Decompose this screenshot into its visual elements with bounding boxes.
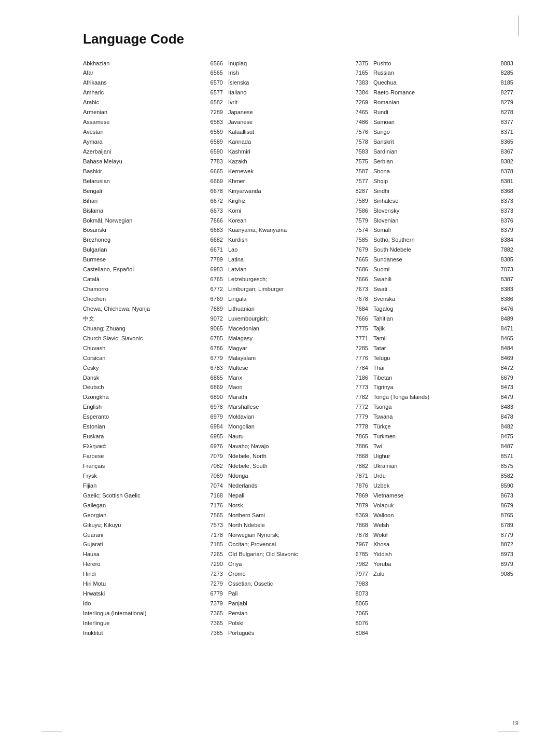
list-item: Quechua8185 xyxy=(373,78,513,88)
language-code: 6979 xyxy=(204,413,223,421)
language-code: 8376 xyxy=(495,217,513,225)
language-code: 6570 xyxy=(204,79,223,87)
language-name: Irish xyxy=(228,69,349,77)
language-name: Javanese xyxy=(228,118,349,127)
language-code: 6672 xyxy=(204,197,223,205)
list-item: Polski8076 xyxy=(228,618,368,628)
list-item: Sardinian8367 xyxy=(373,147,513,157)
language-name: Latina xyxy=(228,256,349,264)
language-code: 7782 xyxy=(349,393,368,402)
language-name: Yiddish xyxy=(373,550,495,559)
list-item: Tibetan6679 xyxy=(373,373,513,383)
list-item: Arabic6582 xyxy=(83,98,223,108)
list-item: Navaho; Navajo7886 xyxy=(228,442,368,452)
list-item: Euskara6985 xyxy=(83,432,223,442)
list-item: Khmer7577 xyxy=(228,176,368,186)
language-name: Armenian xyxy=(83,108,204,117)
list-item: Kashmiri7583 xyxy=(228,147,368,157)
language-code: 6678 xyxy=(204,187,223,196)
list-item: Raeto-Romance8277 xyxy=(373,88,513,98)
language-code: 8465 xyxy=(495,335,513,343)
language-name: South Ndebele xyxy=(373,246,495,254)
list-item: Romanian8279 xyxy=(373,98,513,108)
list-item: Irish7165 xyxy=(228,68,368,78)
list-item: Chuvash6786 xyxy=(83,343,223,353)
language-code: 8185 xyxy=(495,79,513,87)
language-code: 7379 xyxy=(204,600,223,608)
language-name: Kuanyama; Kwanyama xyxy=(228,226,349,234)
language-code: 6589 xyxy=(204,138,223,146)
column-3: Pushto8083Russian8285Quechua8185Raeto-Ro… xyxy=(373,59,519,579)
list-item: Pali8073 xyxy=(228,589,368,599)
language-code: 9065 xyxy=(204,325,223,333)
language-code: 6566 xyxy=(204,60,223,68)
language-name: Marshallese xyxy=(228,403,349,411)
language-code: 8384 xyxy=(495,236,513,244)
language-code: 7178 xyxy=(204,531,223,540)
list-item: Esperanto6979 xyxy=(83,412,223,422)
language-code: 7265 xyxy=(204,550,223,559)
list-item: 中文9072 xyxy=(83,314,223,324)
list-item: Maori7773 xyxy=(228,383,368,393)
language-name: Français xyxy=(83,462,204,471)
language-code: 7589 xyxy=(349,197,368,205)
language-code: 7578 xyxy=(349,138,368,146)
list-item: Urdu8582 xyxy=(373,471,513,481)
list-item: Telugu8469 xyxy=(373,353,513,363)
language-name: Burmese xyxy=(83,256,204,264)
language-code: 7882 xyxy=(349,462,368,471)
language-name: Česky xyxy=(83,364,204,372)
language-name: Chuang; Zhuang xyxy=(83,325,204,333)
list-item: Korean7579 xyxy=(228,216,368,226)
list-item: Swahili8387 xyxy=(373,275,513,285)
language-code: 6673 xyxy=(204,207,223,215)
language-code: 6590 xyxy=(204,148,223,156)
language-code: 7775 xyxy=(349,325,368,333)
language-code: 8381 xyxy=(495,177,513,186)
list-item: Pushto8083 xyxy=(373,59,513,68)
language-code: 7789 xyxy=(204,256,223,264)
language-code: 6976 xyxy=(204,442,223,451)
language-code: 8473 xyxy=(495,383,513,392)
language-code: 8279 xyxy=(495,99,513,107)
language-name: Slovensky xyxy=(373,207,495,215)
language-name: Lingala xyxy=(228,295,349,303)
language-name: Pushto xyxy=(373,60,495,68)
language-code: 6785 xyxy=(349,550,368,559)
list-item: Deutsch6869 xyxy=(83,383,223,393)
language-name: 中文 xyxy=(83,315,204,323)
list-item: Lao7679 xyxy=(228,245,368,255)
language-name: Swati xyxy=(373,285,495,294)
list-item: Tahitian8489 xyxy=(373,314,513,324)
language-name: Chewa; Chichewa; Nyanja xyxy=(83,305,204,313)
language-name: Letzeburgesch; xyxy=(228,275,349,284)
language-name: Slovenian xyxy=(373,217,495,225)
language-name: Romanian xyxy=(373,99,495,107)
language-code: 7871 xyxy=(349,472,368,480)
list-item: Chewa; Chichewa; Nyanja7889 xyxy=(83,304,223,314)
language-code: 7365 xyxy=(204,610,223,618)
language-code: 8872 xyxy=(495,541,513,549)
language-code: 6569 xyxy=(204,128,223,136)
language-code: 7684 xyxy=(349,305,368,313)
list-item: Marshallese7772 xyxy=(228,403,368,412)
column-1: Abkhazian6566Afar6565Afrikaans6570Amhari… xyxy=(83,59,228,638)
language-code: 6890 xyxy=(204,393,223,402)
language-name: Bihari xyxy=(83,197,204,205)
list-item: Uzbek8590 xyxy=(373,481,513,491)
language-code: 7289 xyxy=(204,108,223,117)
language-name: Lao xyxy=(228,246,349,254)
language-code: 8482 xyxy=(495,423,513,431)
list-item: Ukrainian8575 xyxy=(373,461,513,471)
language-name: Tibetan xyxy=(373,374,495,382)
list-item: Afar6565 xyxy=(83,68,223,78)
language-code: 6583 xyxy=(204,118,223,127)
language-code: 6978 xyxy=(204,403,223,411)
list-item: Ivrit7269 xyxy=(228,98,368,108)
list-item: Georgian7565 xyxy=(83,510,223,520)
language-code: 7666 xyxy=(349,275,368,284)
language-name: Nederlands xyxy=(228,482,349,490)
language-name: Sindhi xyxy=(373,187,495,196)
list-item: Chuang; Zhuang9065 xyxy=(83,324,223,334)
language-code: 8076 xyxy=(349,619,368,628)
